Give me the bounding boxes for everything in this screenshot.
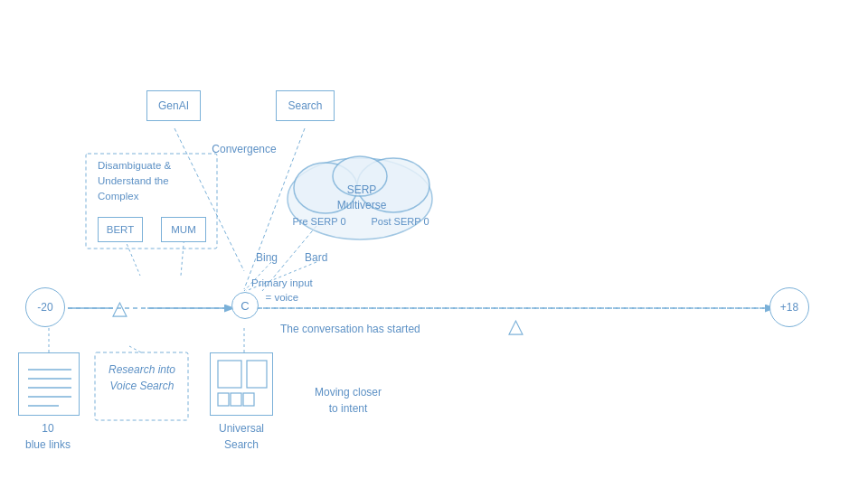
pre-serp-label: Pre SERP 0: [288, 216, 351, 227]
svg-rect-7: [218, 361, 241, 388]
universal-svg: [211, 353, 868, 488]
research-to-tri: [129, 346, 141, 352]
universal-search-icon: [210, 352, 273, 416]
disambiguate-label: Disambiguate &Understand theComplex: [90, 158, 208, 203]
primary-input-label: Primary input= voice: [251, 276, 313, 305]
bing-label: Bing: [256, 251, 278, 264]
research-voice-search-label: Research intoVoice Search: [98, 361, 186, 394]
left-triangle: △: [112, 296, 127, 320]
ten-blue-links-label: 10blue links: [16, 420, 80, 453]
genai-box: GenAI: [146, 90, 201, 121]
bert-box: BERT: [98, 217, 143, 242]
svg-rect-11: [247, 361, 267, 388]
plus18-circle: +18: [769, 287, 809, 327]
ten-blue-links-icon: [18, 352, 80, 416]
svg-rect-10: [243, 393, 254, 406]
bard-label: Bard: [305, 251, 327, 264]
conversation-started-label: The conversation has started: [280, 323, 461, 335]
svg-rect-9: [231, 393, 241, 406]
convergence-label: Convergence: [199, 143, 289, 155]
serp-multiverse-label: SERPMultiverse: [321, 183, 402, 213]
search-box: Search: [276, 90, 335, 121]
diagram-container: GenAI Search Convergence Disambiguate &U…: [0, 0, 868, 488]
minus20-circle: -20: [25, 287, 65, 327]
right-triangle: △: [508, 314, 524, 338]
c-node-circle: C: [231, 292, 259, 319]
universal-search-label: UniversalSearch: [206, 420, 277, 453]
svg-rect-8: [218, 393, 229, 406]
post-serp-label: Post SERP 0: [366, 216, 434, 227]
mum-box: MUM: [161, 217, 206, 242]
